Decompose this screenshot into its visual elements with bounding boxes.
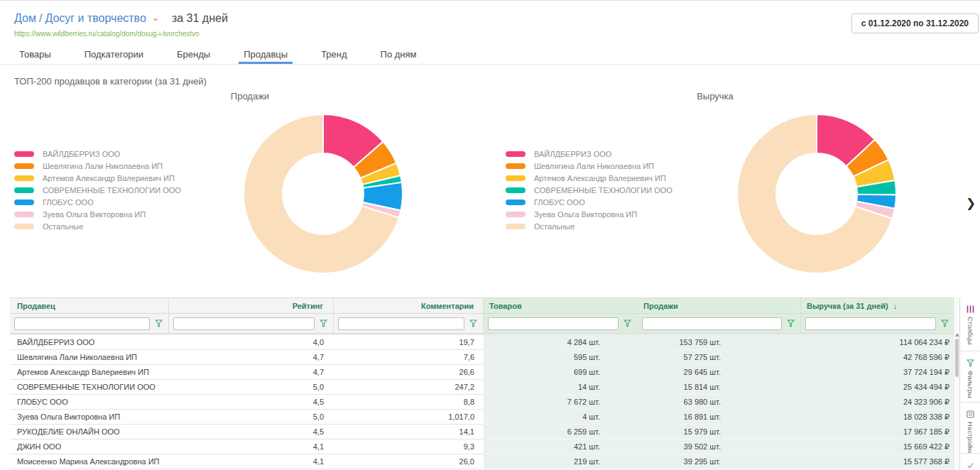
table-row[interactable]: Шевлягина Лали Николаевна ИП4,77,6595 шт… bbox=[10, 350, 954, 365]
tab-trend[interactable]: Тренд bbox=[316, 43, 352, 64]
cell-prodavec: ВАЙЛДБЕРРИЗ ООО bbox=[10, 335, 169, 350]
filter-funnel-icon[interactable] bbox=[941, 319, 949, 327]
cell-rejting: 5,0 bbox=[169, 380, 334, 395]
tab-podkategorii[interactable]: Подкатегории bbox=[80, 43, 148, 64]
table-row[interactable]: Зуева Ольга Викторовна ИП5,01,017,04 шт.… bbox=[10, 410, 954, 425]
cell-tovarov: 4 284 шт. bbox=[484, 335, 638, 350]
tab-po-dnyam[interactable]: По дням bbox=[376, 43, 422, 64]
col-header-kommentarii[interactable]: Комментарии bbox=[334, 298, 484, 313]
cell-kommentarii: 9,3 bbox=[334, 439, 484, 454]
legend-item[interactable]: ВАЙЛДБЕРРИЗ ООО bbox=[506, 148, 673, 160]
filter-funnel-icon[interactable] bbox=[469, 319, 477, 327]
table-row[interactable]: ГЛОБУС ООО4,58,87 672 шт.63 980 шт.24 32… bbox=[10, 395, 954, 410]
revenue-chart-title: Выручка bbox=[673, 91, 758, 102]
cell-vyruchka: 17 967 185 ₽ bbox=[801, 425, 954, 439]
legend-label: СОВРЕМЕННЫЕ ТЕХНОЛОГИИ ООО bbox=[43, 186, 181, 195]
table-row[interactable]: ВАЙЛДБЕРРИЗ ООО4,019,74 284 шт.153 759 ш… bbox=[10, 335, 954, 350]
cell-vyruchka: 37 724 194 ₽ bbox=[801, 365, 954, 380]
scrollbar-thumb[interactable] bbox=[955, 339, 959, 377]
legend-item[interactable]: ВАЙЛДБЕРРИЗ ООО bbox=[14, 148, 181, 160]
legend-label: Артемов Александр Валериевич ИП bbox=[534, 174, 666, 182]
filter-input-prodavec[interactable] bbox=[14, 317, 150, 330]
legend-label: ВАЙЛДБЕРРИЗ ООО bbox=[43, 150, 120, 158]
legend-item[interactable]: Шевлягина Лали Николаевна ИП bbox=[506, 160, 673, 172]
legend-item[interactable]: СОВРЕМЕННЫЕ ТЕХНОЛОГИИ ООО bbox=[14, 184, 181, 196]
legend-label: ГЛОБУС ООО bbox=[43, 198, 94, 207]
legend-swatch bbox=[14, 200, 34, 205]
legend-item[interactable]: ГЛОБУС ООО bbox=[506, 196, 673, 208]
check-icon bbox=[967, 461, 974, 469]
cell-prodavec: СОВРЕМЕННЫЕ ТЕХНОЛОГИИ ООО bbox=[10, 380, 169, 395]
legend-item[interactable]: Артемов Александр Валериевич ИП bbox=[506, 172, 673, 184]
legend-label: Остальные bbox=[43, 222, 83, 231]
sales-donut-chart bbox=[241, 112, 405, 275]
cell-rejting: 4,7 bbox=[169, 350, 334, 365]
filter-cell-prodavec bbox=[10, 314, 169, 333]
col-header-label: Продажи bbox=[643, 302, 678, 310]
filter-funnel-icon[interactable] bbox=[320, 319, 327, 327]
filter-funnel-icon[interactable] bbox=[155, 319, 163, 327]
legend-item[interactable]: Зуева Ольга Викторовна ИП bbox=[506, 208, 673, 220]
filter-cell-kommentarii bbox=[334, 314, 484, 333]
legend-label: Зуева Ольга Викторовна ИП bbox=[43, 210, 146, 219]
side-tab-stolbcy[interactable]: Столбцы bbox=[960, 297, 980, 351]
col-header-vyruchka[interactable]: Выручка (за 31 дней)↓ bbox=[801, 298, 954, 313]
legend-item[interactable]: Артемов Александр Валериевич ИП bbox=[14, 172, 181, 184]
cell-vyruchka: 25 434 494 ₽ bbox=[801, 380, 954, 395]
legend-item[interactable]: СОВРЕМЕННЫЕ ТЕХНОЛОГИИ ООО bbox=[506, 184, 673, 196]
tab-tovary[interactable]: Товары bbox=[14, 43, 56, 64]
legend-item[interactable]: Шевлягина Лали Николаевна ИП bbox=[14, 160, 181, 172]
legend-swatch bbox=[506, 151, 526, 157]
table-filter-row bbox=[10, 314, 954, 334]
category-url-link[interactable]: https://www.wildberries.ru/catalog/dom/d… bbox=[14, 30, 200, 38]
col-header-prodazhi[interactable]: Продажи bbox=[638, 298, 801, 313]
cell-prodazhi: 153 759 шт. bbox=[638, 335, 801, 350]
filter-input-tovarov[interactable] bbox=[488, 317, 619, 330]
legend-item[interactable]: Остальные bbox=[506, 220, 673, 232]
tab-prodavcy[interactable]: Продавцы bbox=[239, 43, 293, 64]
date-range-button[interactable]: с 01.12.2020 по 31.12.2020 bbox=[851, 13, 979, 33]
chevron-down-icon[interactable]: ⌄ bbox=[152, 13, 159, 23]
filter-funnel-icon[interactable] bbox=[787, 319, 795, 327]
cell-prodavec: Артемов Александр Валериевич ИП bbox=[10, 365, 169, 380]
right-sidebar: СтолбцыФильтрыНастройкиП bbox=[959, 297, 980, 470]
breadcrumb-root-link[interactable]: Дом bbox=[14, 12, 36, 24]
legend-item[interactable]: Остальные bbox=[14, 220, 181, 232]
cell-vyruchka: 42 768 596 ₽ bbox=[801, 350, 954, 365]
table-row[interactable]: Моисеенко Марина Александровна ИП4,126,0… bbox=[10, 454, 954, 469]
col-header-prodavec[interactable]: Продавец bbox=[10, 298, 169, 313]
side-tab-presety[interactable]: П bbox=[960, 454, 980, 470]
side-tab-filtry[interactable]: Фильтры bbox=[960, 351, 980, 403]
cell-prodavec: РУКОДЕЛИЕ ОНЛАЙН ООО bbox=[10, 425, 169, 439]
legend-label: Шевлягина Лали Николаевна ИП bbox=[534, 162, 654, 170]
filter-input-rejting[interactable] bbox=[173, 317, 315, 330]
col-header-rejting[interactable]: Рейтинг bbox=[169, 298, 334, 313]
cell-kommentarii: 1,017,0 bbox=[334, 410, 484, 425]
filter-input-vyruchka[interactable] bbox=[805, 317, 936, 330]
legend-item[interactable]: ГЛОБУС ООО bbox=[14, 196, 181, 208]
cell-tovarov: 699 шт. bbox=[484, 365, 638, 380]
panel-expand-chevron[interactable]: ❯ bbox=[966, 196, 976, 211]
cell-prodavec: ГЛОБУС ООО bbox=[10, 395, 169, 410]
filter-input-kommentarii[interactable] bbox=[338, 317, 464, 330]
table-row[interactable]: СОВРЕМЕННЫЕ ТЕХНОЛОГИИ ООО5,0247,214 шт.… bbox=[10, 380, 954, 395]
filter-funnel-icon[interactable] bbox=[624, 319, 631, 327]
tab-brendy[interactable]: Бренды bbox=[172, 43, 215, 64]
side-tab-nastrojki[interactable]: Настройки bbox=[960, 403, 980, 454]
revenue-chart-legend: ВАЙЛДБЕРРИЗ ОООШевлягина Лали Николаевна… bbox=[506, 148, 673, 232]
table-row[interactable]: Артемов Александр Валериевич ИП4,726,669… bbox=[10, 365, 954, 380]
breadcrumb-category-link[interactable]: Досуг и творчество bbox=[45, 12, 146, 24]
table-body: ВАЙЛДБЕРРИЗ ООО4,019,74 284 шт.153 759 ш… bbox=[10, 334, 954, 470]
legend-swatch bbox=[14, 187, 34, 193]
table-row[interactable]: РУКОДЕЛИЕ ОНЛАЙН ООО4,514,16 259 шт.15 9… bbox=[10, 425, 954, 439]
legend-swatch bbox=[506, 212, 526, 217]
period-label: за 31 дней bbox=[172, 12, 228, 24]
col-header-tovarov[interactable]: Товаров bbox=[484, 298, 638, 313]
sort-desc-icon: ↓ bbox=[893, 302, 898, 310]
filter-input-prodazhi[interactable] bbox=[642, 317, 782, 330]
filter-cell-vyruchka bbox=[801, 314, 954, 333]
side-tab-label: Настройки bbox=[967, 422, 974, 454]
legend-item[interactable]: Зуева Ольга Викторовна ИП bbox=[14, 208, 181, 220]
filter-icon bbox=[967, 359, 974, 367]
table-row[interactable]: ДЖИН ООО4,19,3421 шт.39 502 шт.15 669 42… bbox=[10, 439, 954, 454]
